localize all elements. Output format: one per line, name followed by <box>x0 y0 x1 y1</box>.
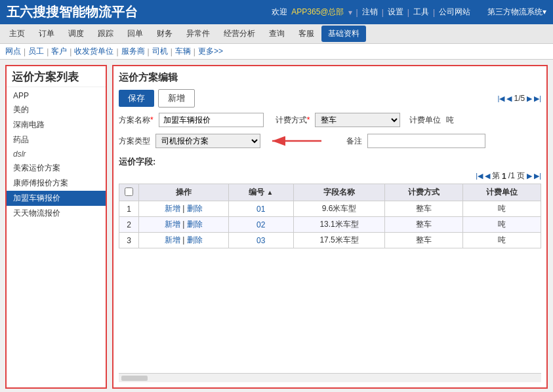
sub-prev-page[interactable]: ◀ <box>485 172 490 180</box>
row1-name: 9.6米车型 <box>293 201 385 217</box>
nav-exception[interactable]: 异常件 <box>180 26 216 42</box>
prev-page-icon[interactable]: ◀ <box>506 94 512 103</box>
nav-return[interactable]: 回单 <box>121 26 150 42</box>
row1-add-link[interactable]: 新增 <box>165 204 180 213</box>
form-row-1: 方案名称* 计费方式* 整车 按重量 按体积 计费单位 吨 <box>119 113 541 127</box>
sub-page-total: /1 页 <box>508 170 525 182</box>
nav-query[interactable]: 查询 <box>262 26 291 42</box>
first-page-icon[interactable]: |◀ <box>498 94 505 103</box>
row2-del-link[interactable]: 删除 <box>187 220 203 229</box>
subnav-vehicle[interactable]: 车辆 <box>175 46 191 57</box>
page-info: 1/5 <box>514 94 525 103</box>
list-item-app[interactable]: APP <box>7 89 106 102</box>
list-item-meidi[interactable]: 美的 <box>7 102 106 117</box>
col-code: 编号 ▲ <box>228 184 293 201</box>
billing-method-select[interactable]: 整车 按重量 按体积 <box>315 113 400 127</box>
subnav-customer[interactable]: 客户 <box>51 46 67 57</box>
scheme-type-select[interactable]: 司机报价方案 普通方案 <box>155 134 260 148</box>
row2-num: 2 <box>119 217 139 233</box>
subnav-staff[interactable]: 员工 <box>28 46 44 57</box>
left-panel: 运价方案列表 APP 美的 深南电路 药品 dslr 美索运价方案 康师傅报价方… <box>5 65 107 389</box>
billing-unit-label: 计费单位 <box>409 115 441 126</box>
row1-ops: 新增 | 删除 <box>139 201 229 217</box>
welcome-text: 欢迎 <box>272 7 287 18</box>
sub-pagination: |◀ ◀ 第 1 /1 页 ▶ ▶| <box>119 170 541 182</box>
col-ops: 操作 <box>139 184 229 201</box>
list-item-jiameng[interactable]: 加盟车辆报价 <box>7 191 106 206</box>
table-container: 操作 编号 ▲ 字段名称 计费方式 计费单位 1 新增 | 删除 <box>119 184 541 373</box>
row2-name: 13.1米车型 <box>293 217 385 233</box>
row3-ops: 新增 | 删除 <box>139 233 229 248</box>
row1-billing: 整车 <box>385 201 463 217</box>
row1-del-link[interactable]: 删除 <box>187 204 203 213</box>
list-item-dslr[interactable]: dslr <box>7 147 106 161</box>
nav-base[interactable]: 基础资料 <box>321 26 366 42</box>
app-title: 五六搜搜智能物流平台 <box>7 3 138 21</box>
list-item-tianti[interactable]: 天天物流报价 <box>7 206 106 221</box>
nav-dispatch[interactable]: 调度 <box>62 26 91 42</box>
list-item-shennandianlu[interactable]: 深南电路 <box>7 117 106 132</box>
nav-order[interactable]: 订单 <box>32 26 61 42</box>
left-list: APP 美的 深南电路 药品 dslr 美索运价方案 康师傅报价方案 加盟车辆报… <box>7 87 106 387</box>
save-button[interactable]: 保存 <box>119 90 154 107</box>
last-page-icon[interactable]: ▶| <box>534 94 541 103</box>
col-billing: 计费方式 <box>385 184 463 201</box>
remark-input[interactable] <box>367 134 485 148</box>
horizontal-scrollbar[interactable] <box>119 373 541 382</box>
subnav-supplier[interactable]: 服务商 <box>121 46 145 57</box>
red-arrow-annotation <box>269 131 328 151</box>
select-all-checkbox[interactable] <box>125 187 133 196</box>
sub-first-page[interactable]: |◀ <box>476 172 483 180</box>
right-panel: 运价方案编辑 保存 新增 |◀ ◀ 1/5 ▶ ▶| 方案名称* 计费方式* 整… <box>112 65 548 389</box>
billing-method-label: 计费方式* <box>276 115 310 126</box>
row1-num: 1 <box>119 201 139 217</box>
add-button[interactable]: 新增 <box>158 89 195 108</box>
tools-link[interactable]: 工具 <box>413 7 429 18</box>
toolbar: 保存 新增 |◀ ◀ 1/5 ▶ ▶| <box>119 89 541 108</box>
list-item-meisuo[interactable]: 美索运价方案 <box>7 161 106 176</box>
row3-name: 17.5米车型 <box>293 233 385 248</box>
sub-page-label: 第 <box>492 170 500 182</box>
row3-del-link[interactable]: 删除 <box>187 235 203 245</box>
left-panel-title: 运价方案列表 <box>7 66 106 87</box>
row3-unit: 吨 <box>463 233 541 248</box>
col-unit: 计费单位 <box>463 184 541 201</box>
sub-next-page[interactable]: ▶ <box>527 172 532 180</box>
data-table: 操作 编号 ▲ 字段名称 计费方式 计费单位 1 新增 | 删除 <box>119 184 541 248</box>
subnav-network[interactable]: 网点 <box>5 46 21 57</box>
nav-service[interactable]: 客服 <box>292 26 321 42</box>
row2-add-link[interactable]: 新增 <box>165 220 180 229</box>
nav-analysis[interactable]: 经营分析 <box>217 26 262 42</box>
row3-code: 03 <box>228 233 293 248</box>
subnav-driver[interactable]: 司机 <box>152 46 168 57</box>
sub-page-num: 1 <box>502 172 506 181</box>
user-link[interactable]: APP365@总部 <box>291 7 344 18</box>
row1-code: 01 <box>228 201 293 217</box>
billing-unit-value: 吨 <box>446 115 454 126</box>
table-row: 2 新增 | 删除 02 13.1米车型 整车 吨 <box>119 217 541 233</box>
row3-num: 3 <box>119 233 139 248</box>
row1-unit: 吨 <box>463 201 541 217</box>
right-panel-title: 运价方案编辑 <box>119 71 541 84</box>
toolbar-pagination: |◀ ◀ 1/5 ▶ ▶| <box>498 94 541 103</box>
scheme-type-label: 方案类型 <box>119 136 150 147</box>
section-title: 运价字段: <box>119 156 541 168</box>
table-row: 3 新增 | 删除 03 17.5米车型 整车 吨 <box>119 233 541 248</box>
subnav-more[interactable]: 更多>> <box>198 46 223 57</box>
logout-link[interactable]: 注销 <box>362 7 378 18</box>
settings-link[interactable]: 设置 <box>388 7 403 18</box>
company-site-link[interactable]: 公司网站 <box>439 7 470 18</box>
scheme-name-input[interactable] <box>159 113 264 127</box>
sub-last-page[interactable]: ▶| <box>534 172 541 180</box>
nav-finance[interactable]: 财务 <box>150 26 179 42</box>
list-item-yaopin[interactable]: 药品 <box>7 132 106 147</box>
row2-code: 02 <box>228 217 293 233</box>
list-item-kangshifu[interactable]: 康师傅报价方案 <box>7 176 106 191</box>
nav-home[interactable]: 主页 <box>3 26 31 42</box>
row3-add-link[interactable]: 新增 <box>165 235 180 245</box>
row2-billing: 整车 <box>385 217 463 233</box>
row2-ops: 新增 | 删除 <box>139 217 229 233</box>
nav-track[interactable]: 跟踪 <box>91 26 120 42</box>
next-page-icon[interactable]: ▶ <box>527 94 532 103</box>
subnav-sendreceive[interactable]: 收发货单位 <box>74 46 113 57</box>
